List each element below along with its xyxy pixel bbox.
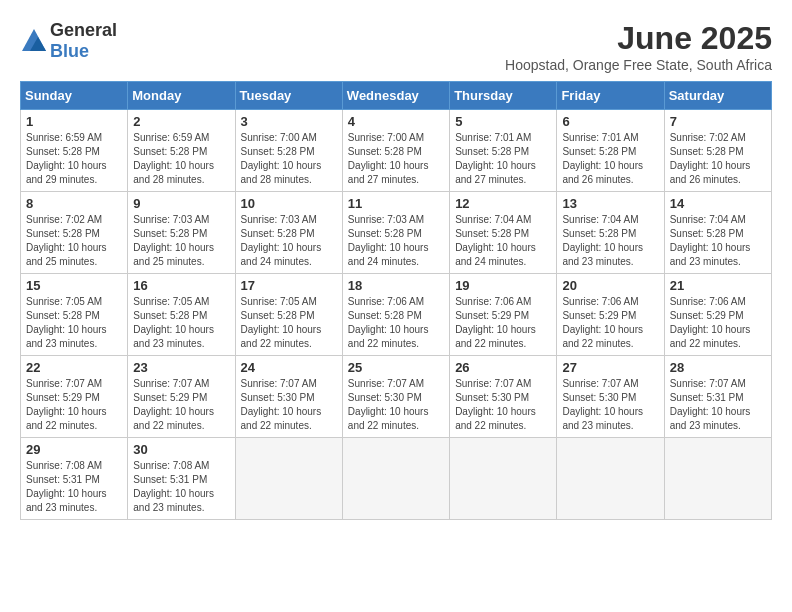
day-number: 10 xyxy=(241,196,337,211)
day-info: Sunrise: 7:05 AMSunset: 5:28 PMDaylight:… xyxy=(241,295,337,351)
calendar-cell xyxy=(342,438,449,520)
day-header-sunday: Sunday xyxy=(21,82,128,110)
day-number: 29 xyxy=(26,442,122,457)
day-header-thursday: Thursday xyxy=(450,82,557,110)
day-info: Sunrise: 7:01 AMSunset: 5:28 PMDaylight:… xyxy=(562,131,658,187)
location-subtitle: Hoopstad, Orange Free State, South Afric… xyxy=(505,57,772,73)
calendar-cell: 6Sunrise: 7:01 AMSunset: 5:28 PMDaylight… xyxy=(557,110,664,192)
calendar-cell: 29Sunrise: 7:08 AMSunset: 5:31 PMDayligh… xyxy=(21,438,128,520)
day-info: Sunrise: 7:01 AMSunset: 5:28 PMDaylight:… xyxy=(455,131,551,187)
day-info: Sunrise: 7:06 AMSunset: 5:29 PMDaylight:… xyxy=(455,295,551,351)
calendar-cell: 18Sunrise: 7:06 AMSunset: 5:28 PMDayligh… xyxy=(342,274,449,356)
day-number: 11 xyxy=(348,196,444,211)
day-number: 27 xyxy=(562,360,658,375)
day-info: Sunrise: 7:04 AMSunset: 5:28 PMDaylight:… xyxy=(670,213,766,269)
day-header-wednesday: Wednesday xyxy=(342,82,449,110)
logo-icon xyxy=(20,27,48,55)
calendar-cell: 22Sunrise: 7:07 AMSunset: 5:29 PMDayligh… xyxy=(21,356,128,438)
calendar-cell: 25Sunrise: 7:07 AMSunset: 5:30 PMDayligh… xyxy=(342,356,449,438)
day-info: Sunrise: 7:03 AMSunset: 5:28 PMDaylight:… xyxy=(241,213,337,269)
day-header-monday: Monday xyxy=(128,82,235,110)
day-number: 23 xyxy=(133,360,229,375)
calendar-cell: 13Sunrise: 7:04 AMSunset: 5:28 PMDayligh… xyxy=(557,192,664,274)
day-info: Sunrise: 7:07 AMSunset: 5:30 PMDaylight:… xyxy=(455,377,551,433)
calendar-cell: 3Sunrise: 7:00 AMSunset: 5:28 PMDaylight… xyxy=(235,110,342,192)
calendar-cell: 15Sunrise: 7:05 AMSunset: 5:28 PMDayligh… xyxy=(21,274,128,356)
calendar-cell: 28Sunrise: 7:07 AMSunset: 5:31 PMDayligh… xyxy=(664,356,771,438)
day-number: 12 xyxy=(455,196,551,211)
day-info: Sunrise: 6:59 AMSunset: 5:28 PMDaylight:… xyxy=(133,131,229,187)
calendar-cell: 7Sunrise: 7:02 AMSunset: 5:28 PMDaylight… xyxy=(664,110,771,192)
calendar-cell: 23Sunrise: 7:07 AMSunset: 5:29 PMDayligh… xyxy=(128,356,235,438)
day-info: Sunrise: 6:59 AMSunset: 5:28 PMDaylight:… xyxy=(26,131,122,187)
day-info: Sunrise: 7:04 AMSunset: 5:28 PMDaylight:… xyxy=(562,213,658,269)
logo-text-general: General xyxy=(50,20,117,40)
day-number: 17 xyxy=(241,278,337,293)
day-header-saturday: Saturday xyxy=(664,82,771,110)
day-number: 14 xyxy=(670,196,766,211)
calendar-cell: 30Sunrise: 7:08 AMSunset: 5:31 PMDayligh… xyxy=(128,438,235,520)
title-area: June 2025 Hoopstad, Orange Free State, S… xyxy=(505,20,772,73)
day-number: 1 xyxy=(26,114,122,129)
day-number: 18 xyxy=(348,278,444,293)
calendar-header-row: SundayMondayTuesdayWednesdayThursdayFrid… xyxy=(21,82,772,110)
page-header: General Blue June 2025 Hoopstad, Orange … xyxy=(20,20,772,73)
day-number: 22 xyxy=(26,360,122,375)
calendar-cell: 21Sunrise: 7:06 AMSunset: 5:29 PMDayligh… xyxy=(664,274,771,356)
calendar-cell: 24Sunrise: 7:07 AMSunset: 5:30 PMDayligh… xyxy=(235,356,342,438)
day-number: 3 xyxy=(241,114,337,129)
calendar-week-row: 1Sunrise: 6:59 AMSunset: 5:28 PMDaylight… xyxy=(21,110,772,192)
calendar-cell: 26Sunrise: 7:07 AMSunset: 5:30 PMDayligh… xyxy=(450,356,557,438)
day-info: Sunrise: 7:05 AMSunset: 5:28 PMDaylight:… xyxy=(133,295,229,351)
calendar-cell: 19Sunrise: 7:06 AMSunset: 5:29 PMDayligh… xyxy=(450,274,557,356)
calendar-cell: 14Sunrise: 7:04 AMSunset: 5:28 PMDayligh… xyxy=(664,192,771,274)
day-info: Sunrise: 7:06 AMSunset: 5:28 PMDaylight:… xyxy=(348,295,444,351)
day-header-tuesday: Tuesday xyxy=(235,82,342,110)
calendar-cell: 2Sunrise: 6:59 AMSunset: 5:28 PMDaylight… xyxy=(128,110,235,192)
calendar-week-row: 22Sunrise: 7:07 AMSunset: 5:29 PMDayligh… xyxy=(21,356,772,438)
day-info: Sunrise: 7:03 AMSunset: 5:28 PMDaylight:… xyxy=(133,213,229,269)
day-number: 4 xyxy=(348,114,444,129)
day-info: Sunrise: 7:08 AMSunset: 5:31 PMDaylight:… xyxy=(133,459,229,515)
day-info: Sunrise: 7:07 AMSunset: 5:31 PMDaylight:… xyxy=(670,377,766,433)
day-number: 8 xyxy=(26,196,122,211)
day-number: 13 xyxy=(562,196,658,211)
day-info: Sunrise: 7:07 AMSunset: 5:29 PMDaylight:… xyxy=(26,377,122,433)
calendar-table: SundayMondayTuesdayWednesdayThursdayFrid… xyxy=(20,81,772,520)
day-number: 6 xyxy=(562,114,658,129)
day-number: 21 xyxy=(670,278,766,293)
day-info: Sunrise: 7:04 AMSunset: 5:28 PMDaylight:… xyxy=(455,213,551,269)
calendar-cell xyxy=(664,438,771,520)
day-info: Sunrise: 7:03 AMSunset: 5:28 PMDaylight:… xyxy=(348,213,444,269)
calendar-cell xyxy=(235,438,342,520)
day-info: Sunrise: 7:05 AMSunset: 5:28 PMDaylight:… xyxy=(26,295,122,351)
day-info: Sunrise: 7:07 AMSunset: 5:30 PMDaylight:… xyxy=(241,377,337,433)
day-number: 2 xyxy=(133,114,229,129)
calendar-cell: 9Sunrise: 7:03 AMSunset: 5:28 PMDaylight… xyxy=(128,192,235,274)
calendar-cell: 20Sunrise: 7:06 AMSunset: 5:29 PMDayligh… xyxy=(557,274,664,356)
day-number: 5 xyxy=(455,114,551,129)
calendar-cell: 10Sunrise: 7:03 AMSunset: 5:28 PMDayligh… xyxy=(235,192,342,274)
calendar-cell: 27Sunrise: 7:07 AMSunset: 5:30 PMDayligh… xyxy=(557,356,664,438)
calendar-cell: 5Sunrise: 7:01 AMSunset: 5:28 PMDaylight… xyxy=(450,110,557,192)
day-header-friday: Friday xyxy=(557,82,664,110)
calendar-week-row: 8Sunrise: 7:02 AMSunset: 5:28 PMDaylight… xyxy=(21,192,772,274)
calendar-cell: 11Sunrise: 7:03 AMSunset: 5:28 PMDayligh… xyxy=(342,192,449,274)
calendar-cell xyxy=(557,438,664,520)
day-info: Sunrise: 7:07 AMSunset: 5:30 PMDaylight:… xyxy=(562,377,658,433)
calendar-cell: 8Sunrise: 7:02 AMSunset: 5:28 PMDaylight… xyxy=(21,192,128,274)
day-number: 20 xyxy=(562,278,658,293)
day-number: 9 xyxy=(133,196,229,211)
day-info: Sunrise: 7:00 AMSunset: 5:28 PMDaylight:… xyxy=(348,131,444,187)
calendar-week-row: 15Sunrise: 7:05 AMSunset: 5:28 PMDayligh… xyxy=(21,274,772,356)
day-info: Sunrise: 7:07 AMSunset: 5:29 PMDaylight:… xyxy=(133,377,229,433)
calendar-week-row: 29Sunrise: 7:08 AMSunset: 5:31 PMDayligh… xyxy=(21,438,772,520)
day-info: Sunrise: 7:00 AMSunset: 5:28 PMDaylight:… xyxy=(241,131,337,187)
day-number: 26 xyxy=(455,360,551,375)
day-number: 16 xyxy=(133,278,229,293)
day-number: 24 xyxy=(241,360,337,375)
calendar-cell: 4Sunrise: 7:00 AMSunset: 5:28 PMDaylight… xyxy=(342,110,449,192)
day-number: 15 xyxy=(26,278,122,293)
day-number: 19 xyxy=(455,278,551,293)
logo: General Blue xyxy=(20,20,117,62)
